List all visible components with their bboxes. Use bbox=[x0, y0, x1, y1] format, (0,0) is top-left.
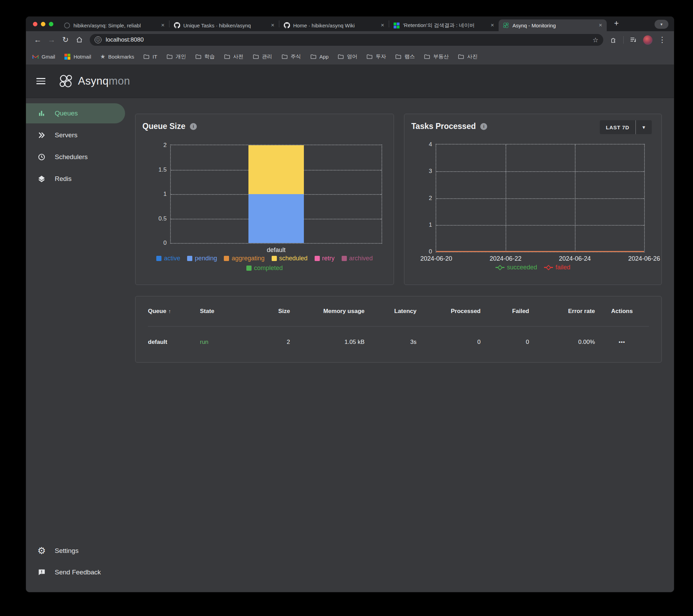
y-axis-tick-label: 4 bbox=[429, 141, 432, 148]
close-button[interactable] bbox=[33, 22, 37, 26]
bookmark-item[interactable]: 주식 bbox=[281, 53, 301, 60]
back-button[interactable]: ← bbox=[31, 34, 45, 46]
browser-tab[interactable]: Home · hibiken/asynq Wiki× bbox=[279, 19, 389, 31]
x-axis-tick-label: 2024-06-26 bbox=[628, 255, 660, 262]
x-axis-tick-label: 2024-06-22 bbox=[490, 255, 521, 262]
info-icon[interactable]: i bbox=[480, 123, 487, 130]
legend-label: pending bbox=[195, 255, 217, 262]
column-label: Memory usage bbox=[323, 308, 365, 314]
bookmark-label: 주식 bbox=[291, 53, 301, 60]
folder-icon bbox=[253, 53, 259, 60]
gridline bbox=[436, 171, 644, 172]
gmail-icon bbox=[32, 53, 39, 60]
bookmark-item[interactable]: 영어 bbox=[337, 53, 357, 60]
microsoft-icon bbox=[64, 53, 71, 60]
legend-item-active: active bbox=[156, 255, 180, 262]
bookmark-item[interactable]: 부동산 bbox=[424, 53, 449, 60]
tab-close-icon[interactable]: × bbox=[597, 22, 604, 29]
sidebar-item-schedulers[interactable]: Schedulers bbox=[26, 147, 125, 167]
folder-icon bbox=[310, 53, 317, 60]
bookmark-label: IT bbox=[152, 54, 157, 60]
bookmark-item[interactable]: 사전 bbox=[224, 53, 244, 60]
legend-diamond-icon bbox=[546, 265, 551, 270]
folder-icon bbox=[224, 53, 230, 60]
table-cell-latency: 3s bbox=[365, 339, 416, 346]
bookmark-item[interactable]: 개인 bbox=[166, 53, 186, 60]
legend-item-pending: pending bbox=[187, 255, 217, 262]
table-row: defaultrun21.05 kB3s000.00%••• bbox=[148, 327, 649, 358]
bookmarks-bar: GmailHotmail★BookmarksIT개인학습사전관리주식App영어투… bbox=[26, 49, 674, 64]
bookmark-item[interactable]: 투자 bbox=[366, 53, 386, 60]
table-header-state: State bbox=[200, 308, 252, 315]
tab-close-icon[interactable]: × bbox=[159, 22, 166, 29]
double-chevron-icon bbox=[37, 131, 46, 139]
new-tab-button[interactable]: + bbox=[612, 18, 621, 28]
sidebar-item-settings[interactable]: ⚙Settings bbox=[26, 541, 125, 561]
column-label: Latency bbox=[394, 308, 416, 314]
legend-diamond-icon bbox=[497, 265, 503, 270]
browser-tab[interactable]: hibiken/asynq: Simple, reliabl× bbox=[60, 19, 169, 31]
forward-button[interactable]: → bbox=[45, 34, 59, 46]
bar-chart-icon bbox=[37, 110, 46, 117]
table-cell-state: run bbox=[200, 339, 252, 346]
extensions-icon[interactable] bbox=[607, 34, 621, 46]
sidebar-item-servers[interactable]: Servers bbox=[26, 125, 125, 145]
time-range-button[interactable]: LAST 7D ▼ bbox=[600, 120, 652, 134]
bookmark-label: 랩스 bbox=[404, 53, 415, 60]
sidebar-item-redis[interactable]: Redis bbox=[26, 169, 125, 189]
table-header-latency: Latency bbox=[365, 308, 416, 315]
media-controls-icon[interactable] bbox=[626, 34, 640, 46]
browser-menu-icon[interactable]: ⋮ bbox=[655, 34, 669, 46]
column-label: Processed bbox=[451, 308, 481, 314]
menu-hamburger-icon[interactable] bbox=[36, 78, 45, 84]
profile-avatar[interactable] bbox=[643, 35, 652, 45]
sidebar-item-queues[interactable]: Queues bbox=[26, 103, 125, 123]
bookmark-item[interactable]: 학습 bbox=[195, 53, 215, 60]
row-actions-button[interactable]: ••• bbox=[619, 339, 625, 345]
browser-tab-active[interactable]: Asynq - Monitoring× bbox=[499, 19, 607, 31]
table-header-processed: Processed bbox=[416, 308, 481, 315]
tab-close-icon[interactable]: × bbox=[269, 22, 276, 29]
column-label: Failed bbox=[512, 308, 529, 314]
browser-tab[interactable]: Unique Tasks · hibiken/asynq× bbox=[169, 19, 279, 31]
address-bar[interactable]: ⓘ localhost:8080 ☆ bbox=[90, 34, 603, 46]
table-header-queue[interactable]: Queue↑ bbox=[148, 308, 200, 315]
bookmark-item[interactable]: 사진 bbox=[458, 53, 477, 60]
bookmark-item[interactable]: App bbox=[310, 53, 329, 60]
legend-swatch-icon bbox=[246, 266, 252, 271]
sidebar-item-label: Send Feedback bbox=[55, 569, 101, 576]
queues-table: Queue↑StateSizeMemory usageLatencyProces… bbox=[135, 296, 661, 362]
layers-icon bbox=[37, 175, 46, 183]
bookmark-item[interactable]: Gmail bbox=[32, 53, 55, 60]
y-axis-tick-label: 1 bbox=[429, 222, 432, 228]
bookmark-item[interactable]: Hotmail bbox=[64, 53, 91, 60]
github-favicon-icon bbox=[283, 22, 290, 29]
browser-tab[interactable]: 'Retention'의 검색결과 : 네이버× bbox=[389, 19, 499, 31]
bookmark-item[interactable]: 랩스 bbox=[395, 53, 415, 60]
star-icon: ★ bbox=[100, 53, 105, 60]
queue-size-card: Queue Size i 00.511.52default activepend… bbox=[135, 114, 394, 285]
site-info-icon[interactable]: ⓘ bbox=[95, 36, 102, 43]
folder-icon bbox=[337, 53, 344, 60]
tab-search-chevron-button[interactable]: ▾ bbox=[655, 20, 668, 29]
home-button[interactable] bbox=[72, 34, 86, 46]
sidebar-item-send-feedback[interactable]: Send Feedback bbox=[26, 562, 125, 582]
bookmark-item[interactable]: ★Bookmarks bbox=[100, 53, 134, 60]
window-controls bbox=[26, 22, 60, 26]
legend-swatch-icon bbox=[315, 256, 320, 261]
y-axis-tick-label: 1.5 bbox=[158, 166, 167, 173]
tab-close-icon[interactable]: × bbox=[379, 22, 386, 29]
table-header-row: Queue↑StateSizeMemory usageLatencyProces… bbox=[148, 296, 649, 327]
chevron-down-icon[interactable]: ▼ bbox=[636, 120, 652, 134]
minimize-button[interactable] bbox=[41, 22, 45, 26]
bookmark-label: 영어 bbox=[347, 53, 357, 60]
tab-close-icon[interactable]: × bbox=[489, 22, 496, 29]
info-icon[interactable]: i bbox=[190, 123, 197, 130]
bookmark-star-icon[interactable]: ☆ bbox=[593, 36, 598, 44]
bookmark-item[interactable]: IT bbox=[143, 53, 157, 60]
reload-button[interactable]: ↻ bbox=[59, 34, 72, 46]
table-cell-actions: ••• bbox=[595, 339, 649, 346]
zoom-button[interactable] bbox=[49, 22, 53, 26]
sort-ascending-icon: ↑ bbox=[168, 308, 171, 314]
bookmark-item[interactable]: 관리 bbox=[253, 53, 272, 60]
